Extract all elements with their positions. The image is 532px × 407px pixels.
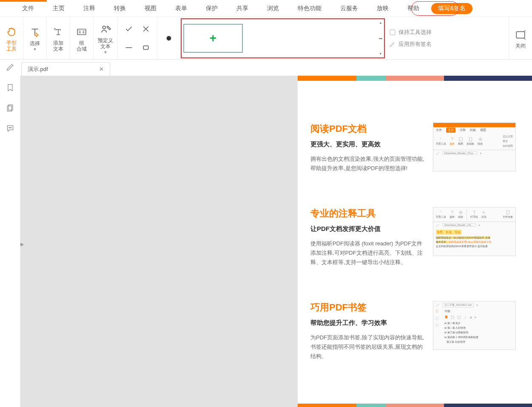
header-color-bar: [298, 76, 532, 81]
footer-color-bar: [298, 404, 532, 407]
feature-title: 阅读PDF文档: [310, 122, 425, 135]
shape-x[interactable]: [137, 20, 154, 38]
feature-desc: 为PDF页面添加书签,除了实现内容的快速导航,书签还能指明不同书签的层级关系,展…: [310, 333, 425, 361]
tab-features[interactable]: 特色功能: [288, 0, 331, 17]
svg-point-9: [10, 128, 10, 128]
comments-icon[interactable]: [5, 123, 15, 134]
close-tab-icon[interactable]: ✕: [99, 66, 104, 72]
svg-rect-5: [516, 31, 525, 38]
side-panel: ▶: [0, 76, 20, 407]
svg-rect-4: [390, 30, 395, 35]
feature-title: 专业的注释工具: [310, 207, 425, 220]
svg-rect-17: [452, 316, 454, 319]
opt-apply-all[interactable]: 应用所有签名: [389, 40, 432, 48]
blank-page: [20, 76, 298, 407]
feature-subtitle: 更强大、更实用、更高效: [310, 140, 425, 148]
tool-close[interactable]: 关闭: [509, 17, 532, 59]
document-tab-bar: 演示.pdf ✕: [0, 60, 532, 76]
feature-annotate: 专业的注释工具 让PDF文档发挥更大价值 使用福昕PDF阅读器 (foxit r…: [310, 207, 524, 267]
document-tab-label: 演示.pdf: [28, 65, 48, 73]
scroll-down-icon: ▼: [378, 52, 383, 56]
tab-fill-sign[interactable]: 填写&签名: [431, 3, 472, 14]
opt-keep-tool[interactable]: 保持工具选择: [389, 28, 432, 36]
svg-rect-2: [143, 46, 148, 49]
svg-rect-12: [469, 137, 472, 141]
dot-icon: [162, 31, 176, 46]
chevron-down-icon: ▼: [33, 47, 37, 51]
svg-point-3: [167, 36, 171, 40]
text-select-icon: [28, 25, 42, 40]
feature-thumb-annotate: 手型工具 选择 缩放 打字机 高亮 文件转换 Datasheet_Reader_…: [433, 207, 516, 256]
ribbon: 手型工具 选择 ▼ 添加文本 组合域 预定义文本 ▼ + ▲▬▼ 保持工: [0, 17, 532, 60]
feature-read: 阅读PDF文档 更强大、更实用、更高效 拥有出色的文档渲染效果,强大的页面管理功…: [310, 122, 524, 173]
checkbox-icon: [389, 29, 396, 36]
shape-line[interactable]: [120, 38, 137, 57]
document-tab[interactable]: 演示.pdf ✕: [21, 62, 110, 76]
tab-protect[interactable]: 保护: [196, 0, 227, 17]
svg-rect-18: [458, 316, 461, 319]
svg-rect-0: [77, 29, 86, 34]
feature-thumb-bookmark: 员工手册_20120917.pdf × 书签 AA: [433, 301, 516, 350]
add-text-icon: [51, 25, 65, 39]
shape-dot[interactable]: [157, 17, 181, 59]
page-area: 阅读PDF文档 更强大、更实用、更高效 拥有出色的文档渲染效果,强大的页面管理功…: [20, 76, 532, 407]
shape-tools: [118, 17, 157, 59]
signature-gallery: + ▲▬▼: [181, 18, 385, 58]
gallery-scroll[interactable]: ▲▬▼: [378, 21, 383, 56]
tab-present[interactable]: 放映: [367, 0, 398, 17]
feature-subtitle: 帮助您提升工作、学习效率: [310, 319, 425, 327]
close-panel-icon: [513, 28, 528, 42]
feature-desc: 拥有出色的文档渲染效果,强大的页面管理功能,帮助提升效率,是您阅读PDF的理想选…: [310, 154, 425, 173]
annotate-icon[interactable]: [5, 62, 15, 72]
scroll-up-icon: ▲: [378, 21, 383, 25]
tab-view[interactable]: 视图: [135, 0, 166, 17]
pages-icon[interactable]: [5, 103, 15, 113]
svg-point-1: [103, 26, 106, 28]
menu-tabstrip: 文件 主页 注释 转换 视图 表单 保护 共享 浏览 特色功能 云服务 放映 帮…: [0, 0, 532, 17]
tool-combo-field[interactable]: 组合域: [70, 17, 94, 59]
tab-help[interactable]: 帮助: [398, 0, 429, 17]
tool-add-text[interactable]: 添加文本: [47, 17, 70, 59]
svg-point-10: [11, 128, 11, 128]
tool-predefined-text[interactable]: 预定义文本 ▼: [94, 17, 118, 59]
expand-sidebar-icon[interactable]: ▶: [20, 242, 25, 250]
tab-share[interactable]: 共享: [227, 0, 258, 17]
feature-bookmark: 巧用PDF书签 帮助您提升工作、学习效率 为PDF页面添加书签,除了实现内容的快…: [310, 301, 524, 361]
add-signature-slot[interactable]: +: [183, 24, 243, 53]
tool-select[interactable]: 选择 ▼: [23, 17, 47, 59]
bookmark-icon[interactable]: [5, 83, 15, 93]
tab-browse[interactable]: 浏览: [258, 0, 288, 17]
feature-thumb-read: 文件 主页 注释 转换 视图 手型工具 选择 截图 剪贴板 缩放 适合页面: [433, 122, 516, 171]
tab-home[interactable]: 主页: [43, 0, 74, 17]
scroll-mid-icon: ▬: [378, 36, 383, 40]
shape-check[interactable]: [120, 20, 137, 38]
svg-rect-15: [506, 211, 509, 214]
tab-file[interactable]: 文件: [13, 0, 43, 17]
workspace: ▶ 阅读PDF文档 更强大、更实用、更高效 拥有出色的文档渲染效果,强大的页面管…: [0, 76, 532, 407]
tab-form[interactable]: 表单: [166, 0, 196, 17]
chevron-down-icon: ▼: [104, 50, 108, 54]
hand-icon: [4, 25, 19, 39]
content-page: 阅读PDF文档 更强大、更实用、更高效 拥有出色的文档渲染效果,强大的页面管理功…: [298, 76, 532, 407]
pen-icon: [389, 41, 396, 48]
shape-rect[interactable]: [137, 38, 154, 57]
svg-rect-16: [436, 317, 438, 320]
combo-field-icon: [74, 25, 89, 39]
signature-options: 保持工具选择 应用所有签名: [385, 17, 436, 59]
tab-cloud[interactable]: 云服务: [331, 0, 367, 17]
feature-desc: 使用福昕PDF阅读器 (foxit reader) 为PDF文件添加注释,可对P…: [310, 239, 425, 267]
feature-title: 巧用PDF书签: [310, 301, 425, 314]
svg-rect-11: [459, 138, 462, 141]
tab-comment[interactable]: 注释: [74, 0, 105, 17]
predefined-text-icon: [98, 22, 113, 37]
feature-subtitle: 让PDF文档发挥更大价值: [310, 225, 425, 233]
tool-hand[interactable]: 手型工具: [0, 17, 23, 59]
plus-icon: +: [210, 31, 216, 45]
svg-point-8: [9, 128, 9, 128]
tab-convert[interactable]: 转换: [105, 0, 135, 17]
